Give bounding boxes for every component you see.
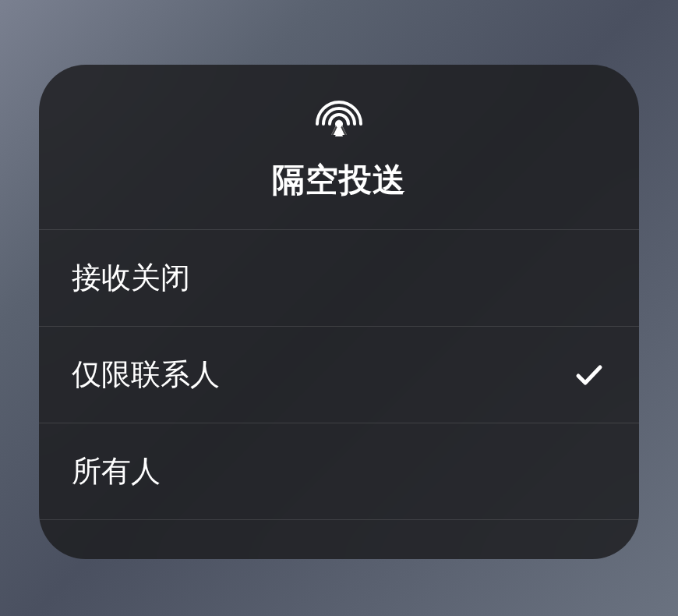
option-receiving-off[interactable]: 接收关闭 — [39, 230, 639, 327]
panel-header: 隔空投送 — [39, 65, 639, 230]
option-label: 仅限联系人 — [72, 355, 220, 395]
option-everyone[interactable]: 所有人 — [39, 423, 639, 520]
option-contacts-only[interactable]: 仅限联系人 — [39, 327, 639, 423]
option-label: 接收关闭 — [72, 258, 190, 298]
panel-bottom-spacer — [39, 520, 639, 559]
option-label: 所有人 — [72, 451, 161, 491]
checkmark-icon — [572, 358, 606, 392]
panel-title: 隔空投送 — [272, 158, 406, 202]
airdrop-settings-panel: 隔空投送 接收关闭 仅限联系人 所有人 — [39, 65, 639, 559]
airdrop-icon — [316, 96, 362, 143]
